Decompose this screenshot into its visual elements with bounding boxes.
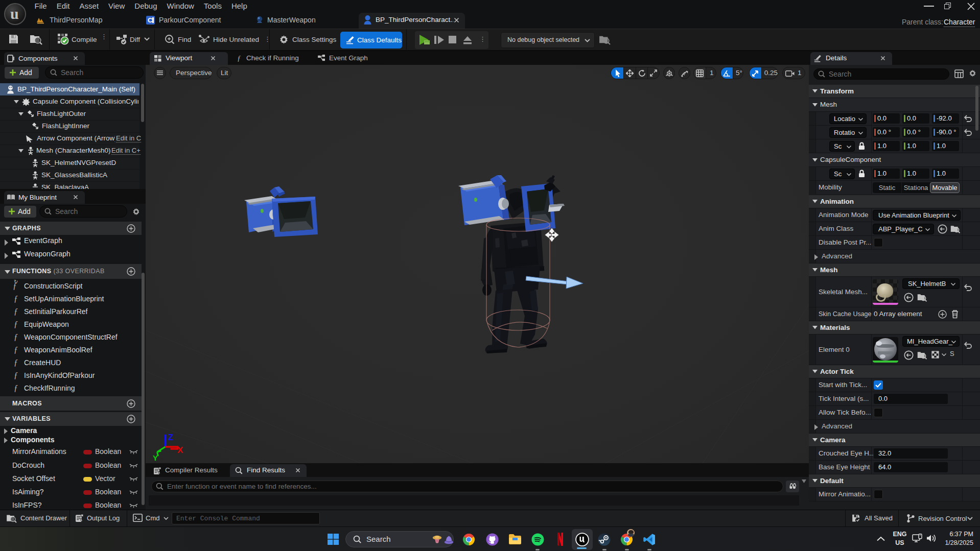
svg-text:Y: Y [153,453,158,462]
svg-text:Z: Z [168,433,173,442]
svg-text:X: X [177,445,183,455]
